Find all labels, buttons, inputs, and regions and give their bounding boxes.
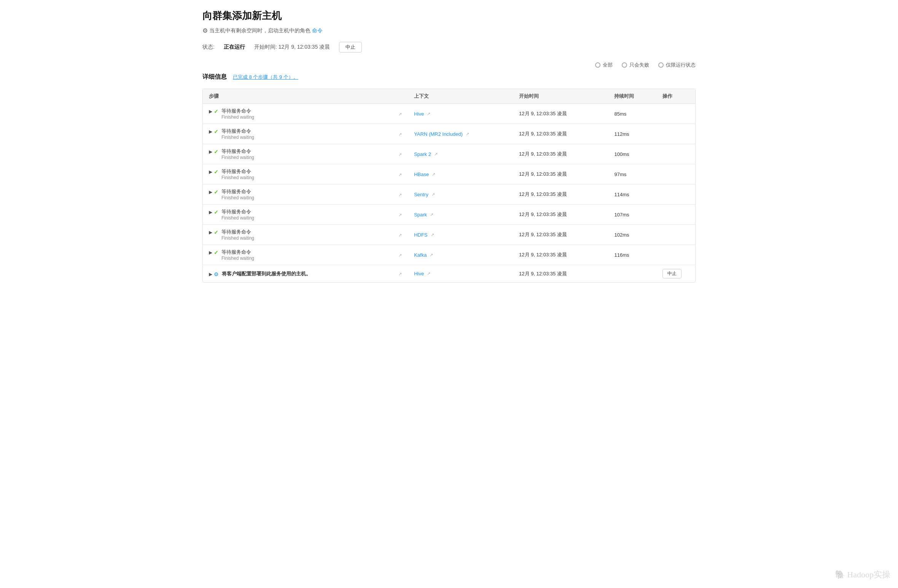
step-status: Finished waiting [221, 135, 254, 140]
step-content: 等待服务命令 Finished waiting [221, 108, 254, 120]
step-cell: ▶ ✓ 等待服务命令 Finished waiting [203, 124, 392, 144]
context-link[interactable]: HBase [414, 172, 429, 177]
external-icon[interactable]: ↗ [398, 132, 402, 137]
context-link[interactable]: Hive [414, 271, 424, 277]
context-external-icon[interactable]: ↗ [466, 132, 469, 137]
expand-icon[interactable]: ▶ [209, 169, 212, 175]
section-subtitle-link[interactable]: 已完成 8 个步骤（共 9 个）。 [233, 74, 298, 80]
start-time-cell: 12月 9, 12:03:35 凌晨 [513, 245, 608, 265]
step-status: Finished waiting [221, 175, 254, 180]
start-time-cell: 12月 9, 12:03:35 凌晨 [513, 225, 608, 245]
start-time-cell: 12月 9, 12:03:35 凌晨 [513, 205, 608, 225]
context-link[interactable]: Sentry [414, 192, 428, 197]
expand-icon[interactable]: ▶ [209, 250, 212, 255]
expand-icon[interactable]: ▶ [209, 272, 212, 277]
external-link-cell: ↗ [392, 124, 408, 144]
external-icon[interactable]: ↗ [398, 253, 402, 257]
subtitle-link[interactable]: 命令 [312, 27, 323, 34]
duration-value: 107ms [614, 212, 629, 218]
row-start-time: 12月 9, 12:03:35 凌晨 [519, 232, 567, 237]
context-external-icon[interactable]: ↗ [430, 212, 433, 217]
step-name: 等待服务命令 [221, 249, 254, 256]
filter-failed[interactable]: 只会失败 [622, 62, 649, 68]
abort-button[interactable]: 中止 [339, 42, 362, 52]
expand-icon[interactable]: ▶ [209, 189, 212, 195]
col-header-start: 开始时间 [513, 89, 608, 104]
duration-value: 85ms [614, 111, 626, 117]
expand-icon[interactable]: ▶ [209, 210, 212, 215]
check-icon: ✓ [214, 229, 218, 235]
start-time-cell: 12月 9, 12:03:35 凌晨 [513, 265, 608, 283]
check-icon: ✓ [214, 149, 218, 155]
context-link[interactable]: Hive [414, 111, 424, 117]
step-content: 等待服务命令 Finished waiting [221, 168, 254, 180]
expand-icon[interactable]: ▶ [209, 230, 212, 235]
radio-all [595, 62, 600, 68]
expand-icon[interactable]: ▶ [209, 129, 212, 134]
table-row: ▶ ✓ 等待服务命令 Finished waiting ↗ Hive ↗ [203, 104, 695, 124]
expand-icon[interactable]: ▶ [209, 109, 212, 114]
context-external-icon[interactable]: ↗ [427, 111, 430, 116]
external-link-cell: ↗ [392, 104, 408, 124]
context-link[interactable]: Kafka [414, 252, 427, 258]
filter-all[interactable]: 全部 [595, 62, 613, 68]
external-icon[interactable]: ↗ [398, 172, 402, 177]
row-start-time: 12月 9, 12:03:35 凌晨 [519, 191, 567, 197]
context-external-icon[interactable]: ↗ [434, 152, 438, 157]
row-abort-button[interactable]: 中止 [662, 269, 681, 278]
filter-running-label: 仅限运行状态 [666, 62, 696, 68]
context-cell: HDFS ↗ [408, 225, 513, 245]
step-cell: ▶ ⚙ 将客户端配置部署到此服务使用的主机。 [203, 265, 392, 283]
context-external-icon[interactable]: ↗ [431, 192, 435, 197]
context-external-icon[interactable]: ↗ [430, 253, 433, 257]
steps-table: 步骤 上下文 开始时间 持续时间 操作 ▶ ✓ 等待服务 [203, 89, 695, 282]
duration-cell: 100ms [608, 144, 656, 164]
external-icon[interactable]: ↗ [398, 233, 402, 237]
step-icons: ▶ ⚙ [209, 271, 219, 277]
start-time: 开始时间: 12月 9, 12:03:35 凌晨 [254, 44, 330, 51]
expand-icon[interactable]: ▶ [209, 149, 212, 154]
duration-value: 97ms [614, 172, 626, 177]
row-start-time: 12月 9, 12:03:35 凌晨 [519, 151, 567, 157]
start-time-cell: 12月 9, 12:03:35 凌晨 [513, 144, 608, 164]
running-icon: ⚙ [214, 271, 219, 277]
col-header-step: 步骤 [203, 89, 392, 104]
duration-cell: 102ms [608, 225, 656, 245]
row-start-time: 12月 9, 12:03:35 凌晨 [519, 252, 567, 257]
section-subtitle: 已完成 8 个步骤（共 9 个）。 [233, 74, 298, 81]
external-icon[interactable]: ↗ [398, 272, 402, 276]
step-cell: ▶ ✓ 等待服务命令 Finished waiting [203, 184, 392, 205]
external-icon[interactable]: ↗ [398, 192, 402, 197]
step-name: 等待服务命令 [221, 108, 254, 114]
col-header-context: 上下文 [408, 89, 513, 104]
context-link[interactable]: HDFS [414, 232, 427, 238]
step-name: 等待服务命令 [221, 148, 254, 155]
duration-cell: 85ms [608, 104, 656, 124]
context-link[interactable]: Spark [414, 212, 427, 218]
status-label: 状态: [202, 44, 215, 51]
table-row: ▶ ✓ 等待服务命令 Finished waiting ↗ HDFS ↗ [203, 225, 695, 245]
col-header-ext [392, 89, 408, 104]
external-icon[interactable]: ↗ [398, 213, 402, 217]
external-link-cell: ↗ [392, 265, 408, 283]
external-icon[interactable]: ↗ [398, 152, 402, 157]
duration-cell: 116ms [608, 245, 656, 265]
context-link[interactable]: Spark 2 [414, 151, 431, 157]
row-start-time: 12月 9, 12:03:35 凌晨 [519, 131, 567, 137]
action-cell [656, 245, 695, 265]
step-name: 等待服务命令 [221, 208, 254, 215]
table-row: ▶ ✓ 等待服务命令 Finished waiting ↗ Spark 2 ↗ [203, 144, 695, 164]
action-cell: 中止 [656, 265, 695, 283]
context-external-icon[interactable]: ↗ [431, 232, 434, 237]
context-link[interactable]: YARN (MR2 Included) [414, 131, 463, 137]
external-icon[interactable]: ↗ [398, 112, 402, 116]
step-content: 等待服务命令 Finished waiting [221, 148, 254, 160]
check-icon: ✓ [214, 169, 218, 175]
step-icons: ▶ ✓ [209, 108, 218, 114]
filter-running[interactable]: 仅限运行状态 [658, 62, 696, 68]
context-external-icon[interactable]: ↗ [427, 271, 430, 276]
context-external-icon[interactable]: ↗ [432, 172, 435, 177]
radio-running [658, 62, 664, 68]
status-bar: 状态: 正在运行 开始时间: 12月 9, 12:03:35 凌晨 中止 [202, 42, 696, 52]
row-start-time: 12月 9, 12:03:35 凌晨 [519, 111, 567, 116]
